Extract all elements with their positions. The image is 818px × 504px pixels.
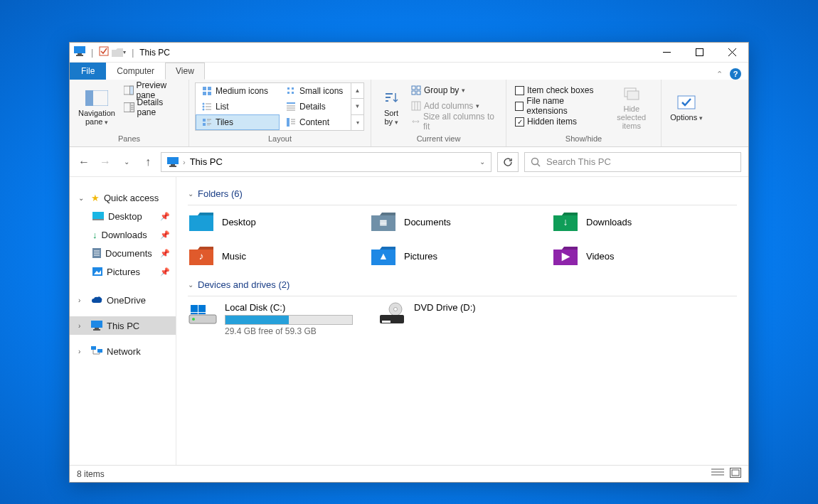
sidebar-item-desktop[interactable]: Desktop 📌 xyxy=(70,207,176,225)
layout-gallery-scroll[interactable]: ▲▼▾ xyxy=(351,83,363,130)
svg-rect-79 xyxy=(198,305,206,312)
details-pane-label: Details pane xyxy=(137,97,181,117)
file-tab[interactable]: File xyxy=(70,63,106,80)
chevron-right-icon[interactable]: › xyxy=(78,322,87,330)
qat-checkbox-icon[interactable] xyxy=(99,46,109,58)
drives-section-header[interactable]: ⌄ Devices and drives (2) xyxy=(188,279,737,290)
status-bar: 8 items xyxy=(70,465,748,482)
titlebar-left: | ▾ | This PC xyxy=(70,46,170,58)
folder-icon xyxy=(188,211,215,232)
options-icon xyxy=(675,94,698,111)
details-pane-button[interactable]: Details pane xyxy=(121,100,183,115)
ribbon-group-layout: Medium icons List Tiles Small icons Deta… xyxy=(189,80,371,146)
folder-tile[interactable]: Desktop xyxy=(188,211,358,232)
item-check-boxes-label: Item check boxes xyxy=(527,85,593,95)
svg-rect-59 xyxy=(171,164,175,166)
svg-rect-11 xyxy=(129,86,133,95)
ribbon: Navigation pane Preview pane Details pan… xyxy=(70,80,748,147)
folder-name: Downloads xyxy=(586,217,632,227)
folder-tile[interactable]: ▲Pictures xyxy=(370,245,541,267)
file-name-extensions-toggle[interactable]: File name extensions xyxy=(512,98,605,114)
recent-locations-button[interactable]: ⌄ xyxy=(119,158,134,166)
sidebar-item-label: OneDrive xyxy=(107,295,146,306)
svg-point-21 xyxy=(203,103,205,105)
layout-content[interactable]: Content xyxy=(280,114,351,130)
chevron-right-icon[interactable]: › xyxy=(78,296,87,304)
folder-tile[interactable]: ↓Downloads xyxy=(552,211,723,232)
list-icon xyxy=(202,102,212,112)
sidebar-item-network[interactable]: › Network xyxy=(70,342,176,360)
svg-rect-75 xyxy=(97,349,102,353)
minimize-button[interactable] xyxy=(650,43,683,63)
svg-rect-33 xyxy=(287,87,290,90)
drive-tile[interactable]: Local Disk (C:)29.4 GB free of 59.3 GB xyxy=(188,302,366,336)
refresh-button[interactable] xyxy=(497,152,519,172)
ribbon-group-currentview: Sort by Group by Add columns Size all co… xyxy=(371,80,506,146)
size-columns-icon xyxy=(411,117,420,127)
back-button[interactable]: ← xyxy=(77,156,91,168)
layout-details[interactable]: Details xyxy=(280,99,351,114)
preview-pane-button[interactable]: Preview pane xyxy=(121,82,183,98)
file-explorer-window: | ▾ | This PC File Computer View ⌃ ? xyxy=(69,42,749,483)
layout-list[interactable]: List xyxy=(196,99,280,114)
collapse-ribbon-icon[interactable]: ⌃ xyxy=(716,70,723,79)
drive-tile[interactable]: DVD Drive (D:) xyxy=(377,302,555,336)
group-by-icon xyxy=(411,85,421,95)
chevron-down-icon: ⌄ xyxy=(188,281,193,289)
details-view-toggle[interactable] xyxy=(711,468,724,480)
monitor-icon xyxy=(91,321,102,331)
svg-point-83 xyxy=(394,308,398,311)
window-title: This PC xyxy=(139,48,170,58)
chevron-right-icon[interactable]: › xyxy=(78,348,87,355)
svg-rect-27 xyxy=(203,119,206,122)
up-button[interactable]: ↑ xyxy=(141,156,155,168)
size-columns-button[interactable]: Size all columns to fit xyxy=(408,114,500,129)
hide-selected-button[interactable]: Hide selected items xyxy=(608,82,655,133)
address-bar[interactable]: › This PC ⌄ xyxy=(161,152,492,172)
layout-tiles[interactable]: Tiles xyxy=(196,114,280,130)
layout-medium-icons[interactable]: Medium icons xyxy=(196,83,280,99)
svg-rect-85 xyxy=(382,321,391,323)
address-location[interactable]: This PC xyxy=(190,156,223,167)
section-divider xyxy=(188,296,737,296)
drives-grid: Local Disk (C:)29.4 GB free of 59.3 GBDV… xyxy=(188,302,737,336)
sidebar-item-label: Quick access xyxy=(104,193,159,203)
folder-tile[interactable]: ≣Documents xyxy=(370,211,541,232)
chevron-down-icon[interactable]: ⌄ xyxy=(78,194,87,202)
drive-free-space: 29.4 GB free of 59.3 GB xyxy=(225,326,353,336)
hidden-items-toggle[interactable]: Hidden items xyxy=(512,114,605,129)
sidebar-item-quick-access[interactable]: ⌄ ★ Quick access xyxy=(70,188,176,207)
close-button[interactable] xyxy=(716,43,748,63)
folders-section-header[interactable]: ⌄ Folders (6) xyxy=(188,188,737,199)
layout-gallery[interactable]: Medium icons List Tiles Small icons Deta… xyxy=(195,82,364,131)
maximize-button[interactable] xyxy=(683,43,716,63)
layout-small-icons[interactable]: Small icons xyxy=(280,83,351,99)
svg-rect-74 xyxy=(91,346,96,350)
view-tab[interactable]: View xyxy=(165,63,205,80)
search-input[interactable]: Search This PC xyxy=(524,152,741,172)
help-icon[interactable]: ? xyxy=(730,68,741,80)
svg-rect-34 xyxy=(292,87,294,90)
pin-icon: 📌 xyxy=(160,230,170,240)
svg-point-23 xyxy=(203,109,205,111)
thumbnails-view-toggle[interactable] xyxy=(730,468,741,480)
sidebar-item-downloads[interactable]: ↓ Downloads 📌 xyxy=(70,225,176,244)
sort-by-button[interactable]: Sort by xyxy=(377,82,405,133)
folder-tile[interactable]: ▶Videos xyxy=(552,245,723,267)
svg-rect-48 xyxy=(412,86,415,90)
group-by-label: Group by xyxy=(424,85,459,95)
computer-tab[interactable]: Computer xyxy=(106,63,165,80)
qat-folder-icon[interactable]: ▾ xyxy=(112,48,126,57)
folder-tile[interactable]: ♪Music xyxy=(188,245,358,267)
sidebar-item-label: Pictures xyxy=(107,267,140,277)
options-button[interactable]: Options xyxy=(667,82,706,133)
navigation-pane-button[interactable]: Navigation pane xyxy=(75,82,118,133)
sidebar-item-this-pc[interactable]: › This PC xyxy=(70,316,176,335)
group-by-button[interactable]: Group by xyxy=(408,82,500,98)
sidebar-item-pictures[interactable]: Pictures 📌 xyxy=(70,262,176,281)
sidebar-item-documents[interactable]: Documents 📌 xyxy=(70,244,176,262)
chevron-right-icon[interactable]: › xyxy=(183,158,186,166)
sidebar-item-onedrive[interactable]: › OneDrive xyxy=(70,291,176,309)
forward-button[interactable]: → xyxy=(98,156,112,168)
address-dropdown-icon[interactable]: ⌄ xyxy=(479,158,485,166)
